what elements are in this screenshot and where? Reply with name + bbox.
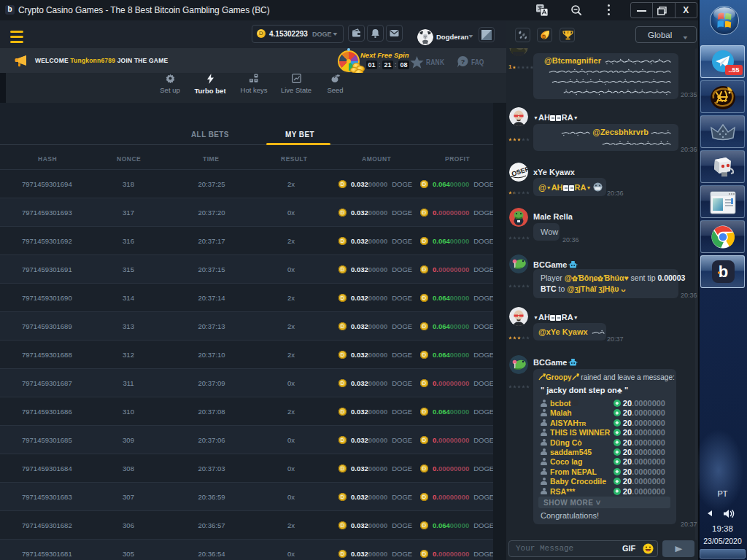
svg-text:?: ? <box>461 58 465 66</box>
svg-text:D: D <box>542 34 546 39</box>
